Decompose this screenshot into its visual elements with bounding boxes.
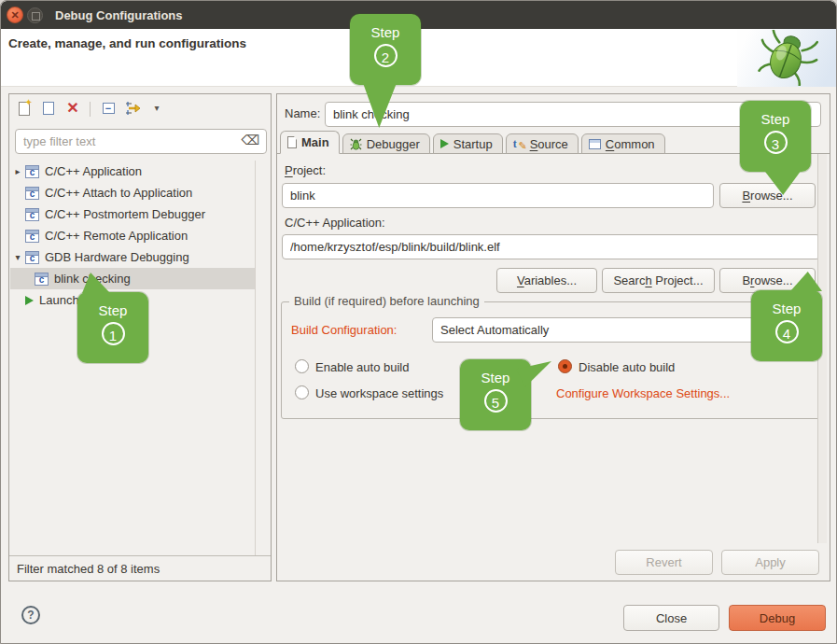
configure-workspace-settings-link[interactable]: Configure Workspace Settings...	[556, 386, 730, 400]
search-project-button[interactable]: Search Project...	[602, 268, 715, 293]
use-workspace-settings-label: Use workspace settings	[315, 386, 443, 400]
window-title: Debug Configurations	[55, 1, 183, 29]
collapse-all-icon: −	[103, 103, 115, 114]
application-input[interactable]	[282, 234, 820, 259]
step-3-callout: Step3	[740, 101, 811, 172]
project-input[interactable]	[282, 183, 714, 208]
filter-input[interactable]	[15, 129, 267, 154]
tree-item-label: C/C++ Application	[45, 164, 142, 178]
configuration-tree: ▸ c C/C++ Application c C/C++ Attach to …	[10, 161, 255, 311]
variables-button[interactable]: Variables...	[496, 268, 597, 293]
tree-item-gdb-hardware[interactable]: ▾ c GDB Hardware Debugging	[10, 246, 255, 268]
project-label: Project:	[285, 163, 326, 177]
c-application-icon: c	[25, 230, 39, 243]
tree-item-blink-checking[interactable]: c blink checking	[10, 268, 255, 289]
window-close-button[interactable]: ✕	[7, 7, 23, 23]
revert-button[interactable]: Revert	[615, 550, 713, 575]
tree-item-label: GDB Hardware Debugging	[45, 250, 189, 264]
apply-button[interactable]: Apply	[721, 550, 819, 575]
step-5-callout: Step5	[460, 359, 531, 430]
debug-configurations-dialog: ✕ Debug Configurations Create, manage, a…	[0, 0, 837, 644]
c-application-icon: c	[25, 251, 39, 264]
build-configuration-label: Build Configuration:	[291, 323, 397, 337]
tab-source[interactable]: t✎ Source	[506, 133, 579, 154]
collapse-all-button[interactable]: −	[99, 99, 118, 118]
tree-item-remote[interactable]: c C/C++ Remote Application	[10, 225, 255, 246]
close-icon: ✕	[10, 10, 19, 21]
delete-icon: ✕	[66, 101, 78, 116]
expander-icon[interactable]: ▾	[10, 252, 25, 262]
new-configuration-icon: ✦	[19, 102, 30, 116]
toolbar-separator	[90, 102, 91, 117]
build-group: Build (if required) before launching Bui…	[281, 301, 825, 419]
window-maximize-button[interactable]	[27, 7, 43, 23]
disable-auto-build-radio[interactable]	[558, 359, 572, 373]
source-tab-icon: t✎	[513, 138, 525, 150]
use-workspace-settings-radio[interactable]	[295, 385, 309, 399]
close-button[interactable]: Close	[623, 605, 719, 631]
main-tab-icon	[287, 136, 297, 148]
c-application-icon: c	[25, 165, 39, 178]
launch-group-icon	[25, 296, 34, 305]
clear-filter-icon[interactable]: ⌫	[241, 133, 259, 147]
tab-startup[interactable]: Startup	[433, 133, 503, 154]
c-application-icon: c	[25, 208, 39, 221]
step-2-callout: Step2	[350, 14, 421, 85]
duplicate-icon	[43, 102, 54, 115]
chevron-down-icon: ▾	[154, 104, 159, 113]
c-application-icon: c	[25, 187, 39, 200]
tree-item-cpp-application[interactable]: ▸ c C/C++ Application	[10, 161, 255, 182]
step-1-callout: Step1	[77, 292, 148, 363]
page-title: Create, manage, and run configurations	[8, 36, 246, 50]
configurations-toolbar: ✦ ✕ − ▾	[9, 94, 271, 126]
build-group-legend: Build (if required) before launching	[289, 294, 484, 308]
debugger-tab-icon	[350, 138, 362, 150]
bug-icon	[752, 30, 821, 86]
tab-main[interactable]: Main	[280, 131, 340, 154]
tree-scrollbar-track	[255, 161, 256, 555]
tree-item-label: C/C++ Remote Application	[45, 229, 188, 243]
tab-debugger[interactable]: Debugger	[342, 133, 430, 154]
help-button[interactable]: ?	[21, 606, 40, 624]
tabbar: Main Debugger Startup t✎	[280, 131, 665, 154]
enable-auto-build-label: Enable auto build	[315, 360, 409, 374]
name-label: Name:	[285, 106, 320, 120]
step-4-callout: Step4	[751, 290, 822, 361]
disable-auto-build-label: Disable auto build	[579, 360, 675, 374]
new-configuration-button[interactable]: ✦	[15, 99, 34, 118]
common-tab-icon	[589, 139, 601, 149]
delete-configuration-button[interactable]: ✕	[63, 99, 82, 118]
tree-item-label: C/C++ Attach to Application	[45, 186, 192, 200]
tab-common[interactable]: Common	[581, 133, 665, 154]
duplicate-configuration-button[interactable]	[39, 99, 58, 118]
filter-launch-configurations-button[interactable]	[123, 99, 142, 118]
debug-button[interactable]: Debug	[729, 605, 826, 631]
tree-item-postmortem[interactable]: c C/C++ Postmortem Debugger	[10, 203, 255, 225]
enable-auto-build-radio[interactable]	[295, 359, 309, 373]
filter-status: Filter matched 8 of 8 items	[9, 555, 271, 581]
c-application-icon: c	[35, 273, 49, 286]
filter-icon	[124, 101, 141, 116]
application-label: C/C++ Application:	[285, 216, 385, 230]
toolbar-menu-button[interactable]: ▾	[147, 99, 166, 118]
browse-project-button[interactable]: Browse...	[719, 183, 816, 208]
help-icon: ?	[27, 609, 34, 622]
tree-item-label: C/C++ Postmortem Debugger	[45, 207, 205, 221]
startup-tab-icon	[440, 139, 449, 148]
expander-icon[interactable]: ▸	[10, 166, 25, 176]
tree-item-attach[interactable]: c C/C++ Attach to Application	[10, 182, 255, 203]
banner-art	[737, 29, 836, 87]
